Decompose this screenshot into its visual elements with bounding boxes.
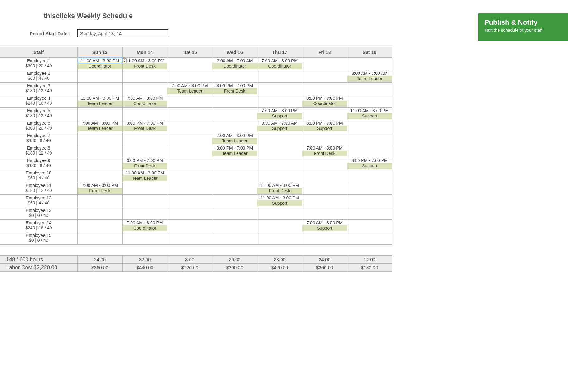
shift-cell[interactable] xyxy=(77,145,122,157)
shift-cell[interactable] xyxy=(77,207,122,220)
shift-cell[interactable] xyxy=(257,207,302,220)
shift-cell[interactable]: 7:00 AM - 3:00 PMCoordinator xyxy=(122,220,167,232)
shift-cell[interactable] xyxy=(122,83,167,95)
shift-cell[interactable] xyxy=(302,132,347,145)
shift-cell[interactable] xyxy=(122,132,167,145)
shift-cell[interactable] xyxy=(77,220,122,232)
shift-cell[interactable] xyxy=(257,132,302,145)
shift-cell[interactable] xyxy=(167,157,212,170)
shift-cell[interactable] xyxy=(257,232,302,245)
shift-cell[interactable] xyxy=(302,157,347,170)
shift-cell[interactable] xyxy=(77,170,122,182)
shift-cell[interactable] xyxy=(257,220,302,232)
shift-cell[interactable] xyxy=(122,207,167,220)
shift-cell[interactable]: 3:00 AM - 7:00 AMSupport xyxy=(257,120,302,132)
shift-cell[interactable] xyxy=(212,70,257,83)
shift-cell[interactable]: 3:00 PM - 7:00 PMFront Desk xyxy=(212,83,257,95)
shift-cell[interactable]: 11:00 AM - 3:00 PMTeam Leader xyxy=(122,170,167,182)
publish-notify-button[interactable]: Publish & Notify Text the schedule to yo… xyxy=(478,13,568,41)
shift-cell[interactable]: 11:00 AM - 3:00 PMFront Desk xyxy=(257,182,302,195)
shift-cell[interactable] xyxy=(122,70,167,83)
shift-cell[interactable] xyxy=(257,170,302,182)
shift-cell[interactable]: 7:00 AM - 3:00 PMSupport xyxy=(302,220,347,232)
shift-cell[interactable] xyxy=(167,95,212,108)
shift-cell[interactable] xyxy=(77,232,122,245)
shift-cell[interactable] xyxy=(302,195,347,207)
shift-cell[interactable] xyxy=(167,108,212,120)
shift-cell[interactable] xyxy=(122,232,167,245)
shift-cell[interactable] xyxy=(77,132,122,145)
shift-cell[interactable] xyxy=(212,120,257,132)
shift-cell[interactable] xyxy=(257,145,302,157)
shift-cell[interactable]: 7:00 AM - 3:00 PMSupport xyxy=(257,108,302,120)
shift-cell[interactable] xyxy=(212,157,257,170)
shift-cell[interactable]: 3:00 PM - 7:00 PMSupport xyxy=(347,157,392,170)
period-start-input[interactable]: Sunday, April 13, 14 xyxy=(77,29,168,37)
shift-cell[interactable] xyxy=(167,132,212,145)
shift-cell[interactable]: 7:00 AM - 3:00 PMTeam Leader xyxy=(167,83,212,95)
shift-cell[interactable] xyxy=(212,170,257,182)
shift-cell[interactable]: 7:00 AM - 3:00 PMFront Desk xyxy=(302,145,347,157)
shift-cell[interactable] xyxy=(257,95,302,108)
shift-cell[interactable]: 7:00 AM - 3:00 PMFront Desk xyxy=(77,182,122,195)
shift-cell[interactable]: 7:00 AM - 3:00 PMTeam Leader xyxy=(77,120,122,132)
shift-cell[interactable] xyxy=(122,182,167,195)
shift-cell[interactable]: 11:00 AM - 3:00 PMTeam Leader xyxy=(77,95,122,108)
shift-cell[interactable] xyxy=(122,145,167,157)
shift-cell[interactable] xyxy=(212,182,257,195)
shift-cell[interactable]: 3:00 PM - 7:00 PMTeam Leader xyxy=(212,145,257,157)
shift-cell[interactable] xyxy=(167,58,212,70)
shift-cell[interactable]: 7:00 AM - 3:00 PMCoordinator xyxy=(122,95,167,108)
shift-cell[interactable] xyxy=(122,108,167,120)
shift-cell[interactable] xyxy=(167,232,212,245)
shift-cell[interactable] xyxy=(212,195,257,207)
shift-cell[interactable] xyxy=(302,108,347,120)
shift-cell[interactable] xyxy=(302,70,347,83)
shift-cell[interactable] xyxy=(347,145,392,157)
shift-cell[interactable] xyxy=(347,83,392,95)
shift-cell[interactable] xyxy=(302,207,347,220)
shift-cell[interactable] xyxy=(167,207,212,220)
shift-cell[interactable] xyxy=(347,195,392,207)
shift-cell[interactable]: 11:00 AM - 3:00 PMSupport xyxy=(257,195,302,207)
shift-cell[interactable] xyxy=(347,207,392,220)
shift-cell[interactable] xyxy=(257,157,302,170)
shift-cell[interactable] xyxy=(167,182,212,195)
shift-cell[interactable]: 3:00 PM - 7:00 PMSupport xyxy=(302,120,347,132)
shift-cell[interactable] xyxy=(257,70,302,83)
shift-cell[interactable]: 3:00 AM - 7:00 AMTeam Leader xyxy=(347,70,392,83)
shift-cell[interactable] xyxy=(302,170,347,182)
shift-cell[interactable] xyxy=(212,108,257,120)
shift-cell[interactable] xyxy=(212,220,257,232)
shift-cell[interactable]: 3:00 PM - 7:00 PMCoordinator xyxy=(302,95,347,108)
shift-cell[interactable] xyxy=(347,182,392,195)
shift-cell[interactable] xyxy=(122,195,167,207)
shift-cell[interactable]: 11:00 AM - 3:00 PMCoordinator xyxy=(77,58,122,70)
shift-cell[interactable] xyxy=(167,70,212,83)
shift-cell[interactable] xyxy=(347,170,392,182)
shift-cell[interactable]: 7:00 AM - 3:00 PMTeam Leader xyxy=(212,132,257,145)
shift-cell[interactable]: ▲▼1:00 AM - 3:00 PMFront Desk xyxy=(122,58,167,70)
shift-cell[interactable] xyxy=(77,83,122,95)
shift-cell[interactable] xyxy=(302,83,347,95)
shift-cell[interactable] xyxy=(257,83,302,95)
shift-cell[interactable] xyxy=(77,108,122,120)
shift-cell[interactable]: 3:00 AM - 7:00 AMCoordinator xyxy=(212,58,257,70)
shift-cell[interactable] xyxy=(302,232,347,245)
shift-cell[interactable]: 3:00 PM - 7:00 PMFront Desk xyxy=(122,120,167,132)
shift-cell[interactable]: 11:00 AM - 3:00 PMSupport xyxy=(347,108,392,120)
shift-cell[interactable] xyxy=(167,120,212,132)
shift-cell[interactable]: 7:00 AM - 3:00 PMCoordinator xyxy=(257,58,302,70)
shift-cell[interactable] xyxy=(302,182,347,195)
shift-cell[interactable] xyxy=(77,157,122,170)
shift-cell[interactable] xyxy=(212,232,257,245)
shift-cell[interactable] xyxy=(167,195,212,207)
shift-cell[interactable] xyxy=(347,220,392,232)
shift-cell[interactable] xyxy=(347,58,392,70)
shift-cell[interactable] xyxy=(212,95,257,108)
shift-cell[interactable] xyxy=(212,207,257,220)
shift-cell[interactable] xyxy=(77,195,122,207)
shift-cell[interactable]: 3:00 PM - 7:00 PMFront Desk xyxy=(122,157,167,170)
shift-cell[interactable] xyxy=(347,232,392,245)
stepper-icon[interactable]: ▲▼ xyxy=(122,58,127,63)
